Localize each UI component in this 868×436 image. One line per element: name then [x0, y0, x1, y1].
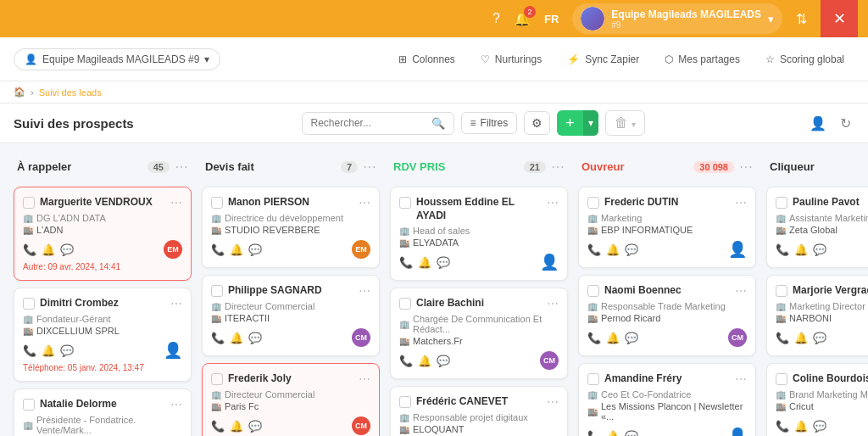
chat-icon[interactable]: 💬 [60, 243, 74, 256]
phone-icon[interactable]: 📞 [399, 355, 413, 367]
phone-icon[interactable]: 📞 [587, 332, 601, 344]
card-checkbox[interactable] [587, 285, 599, 297]
team-selector[interactable]: Equipe Magileads MAGILEADS #9 ▾ [572, 3, 782, 34]
breadcrumb-current[interactable]: Suivi des leads [39, 87, 102, 98]
card-more-icon[interactable]: ⋯ [735, 372, 747, 386]
card-checkbox[interactable] [399, 197, 411, 209]
bell-icon[interactable]: 🔔 [418, 355, 431, 367]
column-menu-devis_fait[interactable]: ⋯ [363, 159, 376, 175]
column-menu-a_rappeler[interactable]: ⋯ [175, 159, 188, 175]
search-input[interactable] [311, 117, 426, 129]
card-checkbox[interactable] [587, 197, 599, 209]
card-more-icon[interactable]: ⋯ [170, 196, 182, 210]
kanban-card[interactable]: Frederik Joly ⋯ 🏢Directeur Commercial 🏬P… [202, 363, 380, 436]
kanban-card[interactable]: Amandine Fréry ⋯ 🏢Ceo Et Co-Fondatrice 🏬… [578, 363, 756, 436]
chat-icon[interactable]: 💬 [813, 420, 826, 433]
chat-icon[interactable]: 💬 [625, 430, 638, 437]
kanban-card[interactable]: Manon PIERSON ⋯ 🏢Directrice du développe… [202, 187, 380, 268]
help-icon[interactable]: ? [492, 11, 500, 26]
card-more-icon[interactable]: ⋯ [735, 284, 747, 298]
card-checkbox[interactable] [211, 373, 223, 385]
tab-sync-zapier[interactable]: ⚡ Sync Zapier [557, 48, 649, 70]
card-more-icon[interactable]: ⋯ [359, 284, 370, 298]
tab-scoring-global[interactable]: ☆ Scoring global [755, 48, 854, 70]
team-select-dropdown[interactable]: 👤 Equipe Magileads MAGILEADS #9 ▾ [14, 48, 220, 70]
chat-icon[interactable]: 💬 [248, 243, 262, 256]
phone-icon[interactable]: 📞 [23, 344, 36, 357]
kanban-card[interactable]: Pauline Pavot ⋯ 🏢Assistante Marketing 🏬Z… [766, 187, 868, 268]
card-more-icon[interactable]: ⋯ [547, 395, 559, 409]
kanban-card[interactable]: Frédéric CANEVET ⋯ 🏢Responsable projet d… [390, 386, 568, 436]
bell-icon[interactable]: 🔔 [418, 256, 431, 269]
card-checkbox[interactable] [776, 197, 787, 209]
kanban-card[interactable]: Coline Bourdois ⋯ 🏢Brand Marketing Manag… [766, 363, 868, 436]
chat-icon[interactable]: 💬 [60, 344, 74, 357]
kanban-card[interactable]: Naomi Boennec ⋯ 🏢Responsable Trade Marke… [578, 275, 756, 356]
kanban-card[interactable]: Houssem Eddine EL AYADI ⋯ 🏢Head of sales… [390, 187, 568, 281]
refresh-button[interactable]: ↻ [837, 112, 854, 135]
bell-icon[interactable]: 🔔 [230, 243, 243, 256]
kanban-card[interactable]: Marguerite VENDROUX ⋯ 🏢DG L'ADN DATA 🏬L'… [14, 187, 192, 281]
phone-icon[interactable]: 📞 [211, 420, 225, 433]
bell-icon[interactable]: 🔔 [606, 332, 620, 344]
phone-icon[interactable]: 📞 [587, 430, 601, 437]
card-checkbox[interactable] [211, 197, 223, 209]
kanban-card[interactable]: Dimitri Crombez ⋯ 🏢Fondateur-Gérant 🏬DIX… [14, 288, 192, 382]
phone-icon[interactable]: 📞 [399, 256, 413, 269]
card-more-icon[interactable]: ⋯ [547, 196, 559, 210]
phone-icon[interactable]: 📞 [211, 332, 225, 344]
chat-icon[interactable]: 💬 [625, 332, 638, 344]
add-dropdown-trigger[interactable]: ▾ [583, 110, 598, 136]
card-checkbox[interactable] [399, 298, 411, 310]
bell-icon[interactable]: 🔔 [42, 243, 55, 256]
phone-icon[interactable]: 📞 [211, 243, 225, 256]
tab-colonnes[interactable]: ⊞ Colonnes [388, 48, 465, 70]
filter-button[interactable]: ≡ Filtres [461, 112, 518, 134]
kanban-card[interactable]: Frederic DUTIN ⋯ 🏢Marketing 🏬EBP INFORMA… [578, 187, 756, 268]
bell-icon[interactable]: 🔔 [794, 332, 808, 344]
chat-icon[interactable]: 💬 [248, 332, 262, 344]
kanban-card[interactable]: Claire Bachini ⋯ 🏢Chargée De Communicati… [390, 288, 568, 379]
card-checkbox[interactable] [211, 285, 223, 297]
bell-icon[interactable]: 🔔 [794, 243, 808, 256]
column-menu-rdv_pris[interactable]: ⋯ [551, 159, 565, 175]
card-checkbox[interactable] [776, 285, 787, 297]
column-menu-ouvreur[interactable]: ⋯ [739, 159, 753, 175]
card-more-icon[interactable]: ⋯ [359, 196, 370, 210]
bell-icon[interactable]: 🔔 [230, 332, 243, 344]
phone-icon[interactable]: 📞 [776, 420, 789, 433]
card-checkbox[interactable] [23, 298, 35, 310]
chat-icon[interactable]: 💬 [248, 420, 262, 433]
card-more-icon[interactable]: ⋯ [170, 398, 182, 411]
card-more-icon[interactable]: ⋯ [170, 297, 182, 310]
lang-button[interactable]: FR [544, 13, 559, 25]
chat-icon[interactable]: 💬 [437, 355, 450, 367]
card-checkbox[interactable] [23, 197, 35, 209]
card-checkbox[interactable] [23, 399, 35, 411]
phone-icon[interactable]: 📞 [776, 243, 789, 256]
tab-nurturings[interactable]: ♡ Nurturings [470, 48, 552, 70]
user-add-button[interactable]: 👤 [806, 112, 830, 135]
kanban-card[interactable]: Natalie Delorme ⋯ 🏢Présidente - Fondatri… [14, 388, 192, 436]
tab-mes-partages[interactable]: ⬡ Mes partages [654, 48, 750, 70]
bell-icon[interactable]: 🔔 [42, 344, 55, 357]
settings-button[interactable]: ⚙ [524, 111, 550, 135]
card-checkbox[interactable] [776, 373, 787, 385]
delete-button[interactable]: 🗑 ▾ [605, 110, 645, 136]
phone-icon[interactable]: 📞 [776, 332, 789, 344]
search-box[interactable]: 🔍 [302, 112, 454, 135]
close-button[interactable]: ✕ [821, 0, 858, 37]
phone-icon[interactable]: 📞 [587, 243, 601, 256]
phone-icon[interactable]: 📞 [23, 243, 36, 256]
card-checkbox[interactable] [399, 396, 411, 408]
notification-icon[interactable]: 🔔 2 [514, 11, 531, 27]
sort-icon[interactable]: ⇅ [796, 11, 807, 27]
chat-icon[interactable]: 💬 [813, 243, 826, 256]
card-more-icon[interactable]: ⋯ [735, 196, 747, 210]
chat-icon[interactable]: 💬 [437, 256, 450, 269]
bell-icon[interactable]: 🔔 [230, 420, 243, 433]
kanban-card[interactable]: Philippe SAGNARD ⋯ 🏢Directeur Commercial… [202, 275, 380, 356]
bell-icon[interactable]: 🔔 [606, 243, 620, 256]
card-more-icon[interactable]: ⋯ [359, 372, 370, 386]
add-button[interactable]: + [557, 110, 583, 136]
